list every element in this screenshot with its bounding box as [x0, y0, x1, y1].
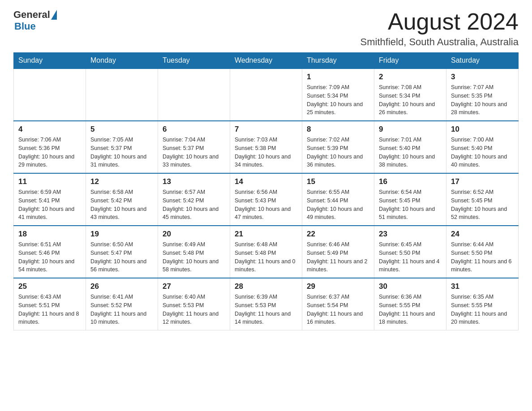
day-number: 18 — [18, 230, 81, 239]
day-number: 27 — [163, 282, 225, 291]
day-info: Sunrise: 6:54 AM Sunset: 5:45 PM Dayligh… — [379, 188, 442, 222]
calendar-week-row: 4Sunrise: 7:06 AM Sunset: 5:36 PM Daylig… — [14, 121, 519, 173]
day-info: Sunrise: 6:36 AM Sunset: 5:55 PM Dayligh… — [379, 293, 442, 326]
calendar-cell: 20Sunrise: 6:49 AM Sunset: 5:48 PM Dayli… — [158, 226, 230, 278]
day-info: Sunrise: 6:58 AM Sunset: 5:42 PM Dayligh… — [90, 188, 153, 222]
page-header: General Blue August 2024 Smithfield, Sou… — [13, 9, 519, 48]
day-number: 11 — [18, 177, 81, 186]
calendar-cell: 26Sunrise: 6:41 AM Sunset: 5:52 PM Dayli… — [86, 278, 158, 330]
title-block: August 2024 Smithfield, South Australia,… — [360, 9, 519, 48]
day-info: Sunrise: 7:06 AM Sunset: 5:36 PM Dayligh… — [18, 136, 81, 169]
day-info: Sunrise: 6:40 AM Sunset: 5:53 PM Dayligh… — [163, 293, 225, 326]
day-number: 3 — [451, 73, 514, 81]
calendar-cell: 30Sunrise: 6:36 AM Sunset: 5:55 PM Dayli… — [374, 278, 446, 330]
day-number: 7 — [235, 125, 297, 134]
calendar-week-row: 11Sunrise: 6:59 AM Sunset: 5:41 PM Dayli… — [14, 173, 519, 226]
calendar-cell: 31Sunrise: 6:35 AM Sunset: 5:55 PM Dayli… — [446, 278, 519, 330]
day-info: Sunrise: 6:48 AM Sunset: 5:48 PM Dayligh… — [235, 240, 297, 274]
day-number: 29 — [307, 282, 369, 291]
calendar-header-thursday: Thursday — [302, 53, 374, 69]
day-number: 25 — [18, 282, 81, 291]
calendar-cell: 4Sunrise: 7:06 AM Sunset: 5:36 PM Daylig… — [14, 121, 86, 173]
calendar-cell: 10Sunrise: 7:00 AM Sunset: 5:40 PM Dayli… — [446, 121, 519, 173]
day-number: 1 — [307, 73, 369, 81]
calendar-cell: 15Sunrise: 6:55 AM Sunset: 5:44 PM Dayli… — [302, 173, 374, 226]
logo-general-text: General — [13, 9, 50, 21]
page-title: August 2024 — [360, 9, 519, 34]
calendar-cell: 1Sunrise: 7:09 AM Sunset: 5:34 PM Daylig… — [302, 68, 374, 121]
day-number: 4 — [18, 125, 81, 134]
calendar-week-row: 25Sunrise: 6:43 AM Sunset: 5:51 PM Dayli… — [14, 278, 519, 330]
day-number: 14 — [235, 177, 297, 186]
calendar-cell: 2Sunrise: 7:08 AM Sunset: 5:34 PM Daylig… — [374, 68, 446, 121]
day-info: Sunrise: 6:49 AM Sunset: 5:48 PM Dayligh… — [163, 240, 225, 274]
day-number: 8 — [307, 125, 369, 134]
calendar-header-saturday: Saturday — [446, 53, 519, 69]
calendar-cell: 23Sunrise: 6:45 AM Sunset: 5:50 PM Dayli… — [374, 226, 446, 278]
calendar-cell: 3Sunrise: 7:07 AM Sunset: 5:35 PM Daylig… — [446, 68, 519, 121]
calendar-cell: 6Sunrise: 7:04 AM Sunset: 5:37 PM Daylig… — [158, 121, 230, 173]
day-info: Sunrise: 6:59 AM Sunset: 5:41 PM Dayligh… — [18, 188, 81, 222]
calendar-week-row: 18Sunrise: 6:51 AM Sunset: 5:46 PM Dayli… — [14, 226, 519, 278]
day-number: 31 — [451, 282, 514, 291]
calendar-cell: 18Sunrise: 6:51 AM Sunset: 5:46 PM Dayli… — [14, 226, 86, 278]
calendar-week-row: 1Sunrise: 7:09 AM Sunset: 5:34 PM Daylig… — [14, 68, 519, 121]
calendar-cell: 13Sunrise: 6:57 AM Sunset: 5:42 PM Dayli… — [158, 173, 230, 226]
calendar-cell — [86, 68, 158, 121]
day-info: Sunrise: 6:46 AM Sunset: 5:49 PM Dayligh… — [307, 240, 369, 274]
calendar-cell: 5Sunrise: 7:05 AM Sunset: 5:37 PM Daylig… — [86, 121, 158, 173]
day-number: 16 — [379, 177, 442, 186]
calendar-cell: 27Sunrise: 6:40 AM Sunset: 5:53 PM Dayli… — [158, 278, 230, 330]
day-number: 12 — [90, 177, 153, 186]
calendar-cell: 21Sunrise: 6:48 AM Sunset: 5:48 PM Dayli… — [230, 226, 302, 278]
day-info: Sunrise: 7:02 AM Sunset: 5:39 PM Dayligh… — [307, 136, 369, 169]
day-info: Sunrise: 7:09 AM Sunset: 5:34 PM Dayligh… — [307, 83, 369, 117]
calendar-header-tuesday: Tuesday — [158, 53, 230, 69]
day-number: 30 — [379, 282, 442, 291]
day-number: 19 — [90, 230, 153, 239]
calendar-header-friday: Friday — [374, 53, 446, 69]
day-info: Sunrise: 6:56 AM Sunset: 5:43 PM Dayligh… — [235, 188, 297, 222]
day-info: Sunrise: 6:51 AM Sunset: 5:46 PM Dayligh… — [18, 240, 81, 274]
day-info: Sunrise: 7:03 AM Sunset: 5:38 PM Dayligh… — [235, 136, 297, 169]
calendar-cell — [230, 68, 302, 121]
calendar-cell: 12Sunrise: 6:58 AM Sunset: 5:42 PM Dayli… — [86, 173, 158, 226]
day-info: Sunrise: 6:37 AM Sunset: 5:54 PM Dayligh… — [307, 293, 369, 326]
day-number: 20 — [163, 230, 225, 239]
calendar-cell: 19Sunrise: 6:50 AM Sunset: 5:47 PM Dayli… — [86, 226, 158, 278]
day-number: 15 — [307, 177, 369, 186]
day-number: 26 — [90, 282, 153, 291]
day-number: 5 — [90, 125, 153, 134]
day-info: Sunrise: 6:43 AM Sunset: 5:51 PM Dayligh… — [18, 293, 81, 326]
day-number: 6 — [163, 125, 225, 134]
day-number: 2 — [379, 73, 442, 81]
day-info: Sunrise: 6:50 AM Sunset: 5:47 PM Dayligh… — [90, 240, 153, 274]
day-info: Sunrise: 6:55 AM Sunset: 5:44 PM Dayligh… — [307, 188, 369, 222]
day-number: 10 — [451, 125, 514, 134]
calendar-cell: 24Sunrise: 6:44 AM Sunset: 5:50 PM Dayli… — [446, 226, 519, 278]
calendar-header-row: SundayMondayTuesdayWednesdayThursdayFrid… — [14, 53, 519, 69]
calendar-cell: 8Sunrise: 7:02 AM Sunset: 5:39 PM Daylig… — [302, 121, 374, 173]
calendar-cell — [14, 68, 86, 121]
day-info: Sunrise: 6:52 AM Sunset: 5:45 PM Dayligh… — [451, 188, 514, 222]
day-info: Sunrise: 7:07 AM Sunset: 5:35 PM Dayligh… — [451, 83, 514, 117]
day-info: Sunrise: 6:41 AM Sunset: 5:52 PM Dayligh… — [90, 293, 153, 326]
page-subtitle: Smithfield, South Australia, Australia — [360, 36, 519, 48]
logo: General Blue — [13, 9, 58, 32]
day-info: Sunrise: 6:45 AM Sunset: 5:50 PM Dayligh… — [379, 240, 442, 274]
day-number: 28 — [235, 282, 297, 291]
day-info: Sunrise: 6:39 AM Sunset: 5:53 PM Dayligh… — [235, 293, 297, 326]
day-info: Sunrise: 7:00 AM Sunset: 5:40 PM Dayligh… — [451, 136, 514, 169]
day-info: Sunrise: 7:01 AM Sunset: 5:40 PM Dayligh… — [379, 136, 442, 169]
day-number: 13 — [163, 177, 225, 186]
day-info: Sunrise: 7:08 AM Sunset: 5:34 PM Dayligh… — [379, 83, 442, 117]
day-number: 21 — [235, 230, 297, 239]
calendar-cell: 28Sunrise: 6:39 AM Sunset: 5:53 PM Dayli… — [230, 278, 302, 330]
calendar-header-monday: Monday — [86, 53, 158, 69]
calendar-cell: 17Sunrise: 6:52 AM Sunset: 5:45 PM Dayli… — [446, 173, 519, 226]
calendar-cell — [158, 68, 230, 121]
day-info: Sunrise: 7:05 AM Sunset: 5:37 PM Dayligh… — [90, 136, 153, 169]
day-info: Sunrise: 6:35 AM Sunset: 5:55 PM Dayligh… — [451, 293, 514, 326]
calendar-table: SundayMondayTuesdayWednesdayThursdayFrid… — [13, 52, 519, 330]
day-info: Sunrise: 6:57 AM Sunset: 5:42 PM Dayligh… — [163, 188, 225, 222]
